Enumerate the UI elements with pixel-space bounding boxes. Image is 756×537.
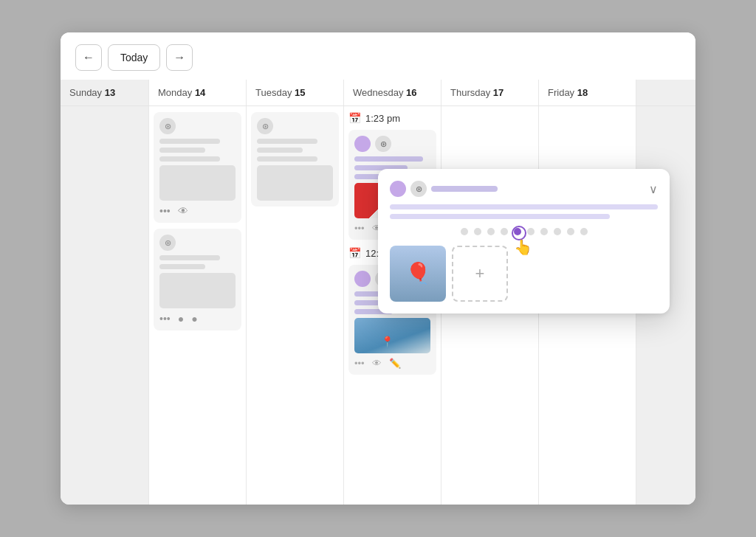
day-header-thursday: Thursday 17 — [441, 80, 539, 105]
map-pin-icon: 📍 — [381, 336, 394, 347]
monday-post-1: ⊛ ••• 👁 — [154, 112, 241, 223]
dot-3[interactable] — [487, 228, 495, 235]
popup-chevron-icon[interactable]: ∨ — [649, 182, 658, 196]
wed-edit-icon-2[interactable]: ✏️ — [389, 358, 401, 369]
wed-time-1: 1:23 pm — [365, 113, 400, 124]
tuesday-post-1: ⊛ — [251, 112, 339, 207]
monday-line-3 — [159, 156, 220, 162]
dot-10[interactable] — [580, 228, 588, 235]
balloon-background: 🎈 — [390, 246, 446, 302]
monday-actions-1: ••• 👁 — [159, 205, 236, 217]
monday-line-4 — [159, 255, 220, 260]
popup-text-line-2 — [390, 214, 610, 219]
monday-post-2: ⊛ ••• ● ● — [154, 229, 241, 330]
wed-more-icon-1[interactable]: ••• — [354, 223, 365, 234]
popup-text-lines — [390, 204, 658, 219]
wed-post-header-1: 📅 1:23 pm — [348, 112, 436, 124]
monday-actions-2: ••• ● ● — [159, 313, 236, 325]
dot-1[interactable] — [461, 228, 468, 235]
image-editor-popup: ⊛ ∨ 👆 🎈 — [378, 169, 670, 313]
popup-text-line-1 — [390, 204, 658, 209]
tuesday-line-1 — [257, 139, 317, 144]
monday-image-1 — [159, 165, 236, 201]
day-header-friday: Friday 18 — [539, 80, 636, 105]
popup-name-line — [431, 186, 498, 192]
dot-4[interactable] — [501, 228, 508, 235]
tuesday-line-2 — [257, 148, 303, 153]
day-header-tuesday: Tuesday 15 — [247, 80, 344, 105]
app-container: ← Today → Sunday 13 Monday 14 Tuesday 15… — [61, 32, 695, 505]
monday-more-icon[interactable]: ••• — [159, 205, 171, 217]
popup-top-row: ⊛ ∨ — [390, 181, 658, 197]
day-header-extra — [636, 80, 695, 105]
day-header-monday: Monday 14 — [149, 80, 247, 105]
monday-eye-icon[interactable]: 👁 — [178, 205, 188, 217]
sunday-col — [61, 106, 149, 505]
monday-circle-icon-2[interactable]: ● — [191, 313, 197, 325]
monday-line-5 — [159, 264, 205, 269]
popup-icons: ⊛ — [390, 181, 498, 197]
wed-map-img: 📍 — [354, 318, 430, 353]
tuesday-col: ⊛ — [247, 106, 344, 505]
dot-2[interactable] — [474, 228, 481, 235]
dot-9[interactable] — [567, 228, 574, 235]
wed-more-icon-2[interactable]: ••• — [354, 358, 365, 369]
wed-eye-icon-2[interactable]: 👁 — [372, 358, 382, 369]
day-header-sunday: Sunday 13 — [61, 80, 149, 105]
day-headers: Sunday 13 Monday 14 Tuesday 15 Wednesday… — [61, 80, 695, 106]
wed-line-1 — [354, 156, 423, 162]
monday-avatar-2: ⊛ — [159, 235, 176, 251]
tuesday-avatar-1: ⊛ — [257, 118, 273, 134]
dot-5-active[interactable] — [514, 228, 521, 235]
dot-row: 👆 — [390, 228, 658, 235]
next-button[interactable]: → — [166, 44, 193, 71]
prev-button[interactable]: ← — [75, 44, 102, 71]
wed-avatar-2 — [354, 271, 371, 287]
balloon-emoji: 🎈 — [405, 263, 431, 284]
wed-cal-icon-2: 📅 — [348, 247, 361, 259]
monday-col: ⊛ ••• 👁 ⊛ ••• — [149, 106, 247, 505]
add-image-button[interactable]: + — [452, 246, 508, 302]
wed-cal-icon-1: 📅 — [348, 112, 361, 124]
monday-line-1 — [159, 139, 220, 144]
monday-image-2 — [159, 273, 236, 308]
monday-line-2 — [159, 148, 205, 153]
dot-8[interactable] — [554, 228, 561, 235]
popup-avatar — [390, 181, 406, 197]
wed-post-actions-2: ••• 👁 ✏️ — [354, 358, 430, 369]
monday-more-icon-2[interactable]: ••• — [159, 313, 171, 325]
threads-icon-1: ⊛ — [375, 136, 391, 152]
toolbar: ← Today → — [61, 32, 695, 80]
dot-6[interactable] — [527, 228, 535, 235]
popup-images-row: 🎈 + — [390, 246, 658, 302]
today-button[interactable]: Today — [108, 44, 160, 71]
popup-balloon-image[interactable]: 🎈 — [390, 246, 446, 302]
monday-circle-icon[interactable]: ● — [178, 313, 184, 325]
day-header-wednesday: Wednesday 16 — [344, 80, 441, 105]
tuesday-image-1 — [257, 165, 333, 201]
wed-post-top-1: ⊛ — [354, 136, 430, 152]
dot-7[interactable] — [540, 228, 548, 235]
tuesday-line-3 — [257, 156, 317, 162]
wed-avatar-1 — [354, 136, 371, 152]
popup-threads-icon: ⊛ — [410, 181, 427, 197]
monday-avatar-1: ⊛ — [159, 118, 176, 134]
